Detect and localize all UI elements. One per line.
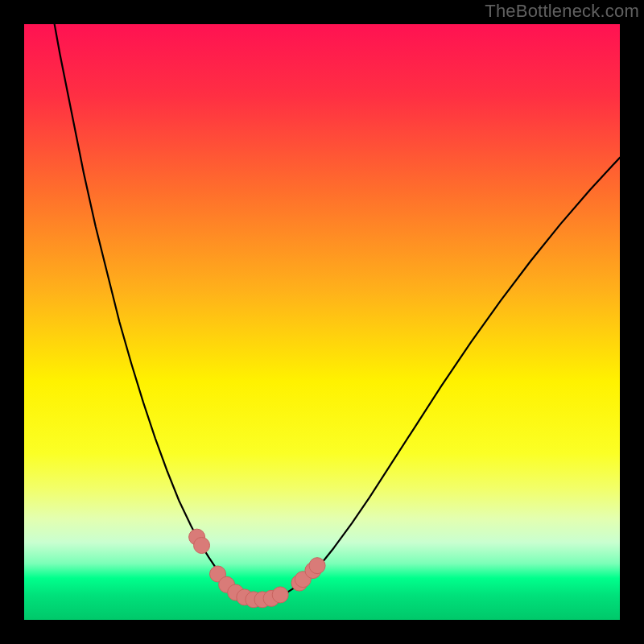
heat-background (24, 24, 620, 620)
marker-dot (272, 587, 288, 603)
chart-frame: TheBottleneck.com (0, 0, 644, 644)
chart-svg (24, 24, 620, 620)
plot-area (24, 24, 620, 620)
marker-dot (194, 538, 210, 554)
watermark-text: TheBottleneck.com (485, 1, 639, 22)
marker-dot (309, 558, 325, 574)
